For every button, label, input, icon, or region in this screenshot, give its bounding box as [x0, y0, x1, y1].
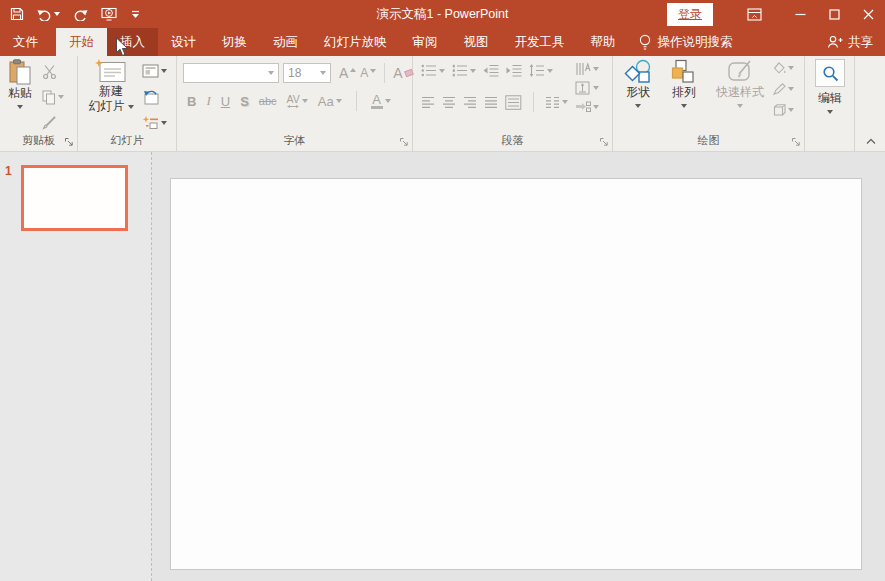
shape-fill-button[interactable] [773, 62, 794, 74]
editing-dropdown-icon[interactable] [827, 110, 833, 114]
text-direction-button[interactable] [575, 62, 599, 76]
align-text-button[interactable] [575, 81, 599, 95]
tab-slideshow[interactable]: 幻灯片放映 [311, 28, 400, 56]
bullets-dropdown-icon [439, 69, 445, 73]
tab-view[interactable]: 视图 [451, 28, 502, 56]
font-group-label: 字体 [177, 133, 412, 148]
tab-review[interactable]: 审阅 [400, 28, 451, 56]
editing-button[interactable]: 编辑 [813, 59, 847, 114]
paragraph-dialog-launcher[interactable] [599, 137, 609, 147]
section-dropdown-icon[interactable] [161, 121, 167, 125]
group-clipboard: 粘贴 剪贴板 [0, 56, 78, 151]
close-button[interactable] [851, 0, 885, 28]
strikethrough-button[interactable]: abc [259, 95, 277, 107]
customize-qat-button[interactable] [129, 3, 142, 25]
bold-button[interactable]: B [187, 94, 196, 109]
cut-button[interactable] [42, 61, 64, 81]
shrink-font-button[interactable]: A [360, 66, 376, 80]
grow-font-button[interactable]: A [339, 65, 356, 81]
sign-in-button[interactable]: 登录 [667, 3, 713, 26]
increase-indent-button[interactable] [506, 64, 522, 77]
text-shadow-button[interactable]: S [240, 94, 249, 109]
undo-button[interactable] [35, 3, 62, 25]
copy-button[interactable] [42, 87, 64, 107]
shapes-button[interactable]: 形状 [617, 59, 659, 108]
tab-developer[interactable]: 开发工具 [502, 28, 578, 56]
line-spacing-button[interactable] [529, 64, 553, 77]
tab-home[interactable]: 开始 [56, 28, 107, 56]
underline-button[interactable]: U [221, 94, 230, 109]
drawing-group-label: 绘图 [613, 133, 804, 148]
tab-file[interactable]: 文件 [0, 28, 51, 56]
start-slideshow-button[interactable] [99, 3, 120, 25]
chevron-up-icon [865, 137, 877, 145]
shape-effects-button[interactable] [773, 104, 794, 116]
tell-me-search[interactable]: 操作说明搜索 [639, 28, 733, 56]
change-case-button[interactable]: Aa [318, 94, 342, 109]
clear-formatting-button[interactable]: A [393, 65, 412, 81]
align-center-button[interactable] [442, 96, 456, 109]
section-button[interactable] [142, 113, 167, 133]
bullets-button[interactable] [421, 64, 445, 77]
layout-dropdown-icon[interactable] [161, 69, 167, 73]
undo-icon [37, 8, 52, 21]
font-size-dropdown-icon[interactable] [320, 71, 326, 75]
tab-insert[interactable]: 插入 [107, 28, 158, 56]
paragraph-group-label: 段落 [413, 133, 612, 148]
format-painter-button[interactable] [42, 113, 64, 133]
decrease-indent-button[interactable] [483, 64, 499, 77]
ribbon-display-options-button[interactable] [737, 0, 771, 28]
copy-dropdown-icon[interactable] [58, 95, 64, 99]
paste-button[interactable]: 粘贴 [3, 59, 37, 109]
group-font: 18 A A A B I U [177, 56, 413, 151]
clipboard-dialog-launcher[interactable] [64, 137, 74, 147]
save-button[interactable] [8, 3, 26, 25]
maximize-button[interactable] [817, 0, 851, 28]
tab-design[interactable]: 设计 [158, 28, 209, 56]
italic-button[interactable]: I [206, 93, 210, 109]
drawing-dialog-launcher[interactable] [791, 137, 801, 147]
align-right-button[interactable] [463, 96, 477, 109]
reset-slide-button[interactable] [142, 87, 167, 107]
quick-styles-button[interactable]: 快速样式 [709, 59, 771, 108]
group-editing: 编辑 [805, 56, 855, 151]
dialog-launcher-icon [399, 137, 409, 147]
columns-button[interactable] [545, 96, 568, 109]
character-spacing-button[interactable]: AV [287, 94, 308, 109]
tell-me-label: 操作说明搜索 [658, 34, 733, 51]
slide-canvas[interactable] [170, 178, 862, 570]
redo-button[interactable] [71, 3, 90, 25]
numbering-button[interactable] [452, 64, 476, 77]
new-slide-button[interactable]: 新建 幻灯片 [84, 59, 138, 114]
undo-dropdown-icon[interactable] [54, 12, 60, 16]
justify-button[interactable] [484, 96, 498, 109]
shape-outline-button[interactable] [773, 83, 794, 95]
slide-layout-button[interactable] [142, 61, 167, 81]
font-size-combobox[interactable]: 18 [283, 63, 331, 83]
arrange-button[interactable]: 排列 [663, 59, 705, 108]
new-slide-dropdown-icon[interactable] [128, 105, 134, 109]
collapse-ribbon-button[interactable] [865, 137, 877, 145]
section-icon [142, 116, 159, 130]
share-button[interactable]: 共享 [827, 28, 885, 56]
arrange-dropdown-icon[interactable] [681, 104, 687, 108]
distribute-text-button[interactable] [505, 95, 522, 110]
align-left-button[interactable] [421, 96, 435, 109]
font-name-dropdown-icon[interactable] [268, 71, 274, 75]
bullets-icon [421, 64, 437, 77]
font-color-button[interactable]: A [371, 94, 391, 109]
slide-thumbnail-1[interactable] [21, 165, 128, 231]
tab-animations[interactable]: 动画 [260, 28, 311, 56]
font-dialog-launcher[interactable] [399, 137, 409, 147]
shapes-dropdown-icon[interactable] [635, 104, 641, 108]
convert-smartart-button[interactable] [575, 100, 599, 114]
slide-thumbnail-panel[interactable]: 1 [0, 152, 152, 581]
font-name-combobox[interactable] [183, 63, 279, 83]
paste-dropdown-icon[interactable] [17, 105, 23, 109]
redo-icon [73, 8, 88, 21]
shape-fill-dropdown-icon [788, 66, 794, 70]
tab-help[interactable]: 帮助 [578, 28, 629, 56]
minimize-button[interactable] [783, 0, 817, 28]
person-add-icon [827, 35, 843, 49]
tab-transitions[interactable]: 切换 [209, 28, 260, 56]
